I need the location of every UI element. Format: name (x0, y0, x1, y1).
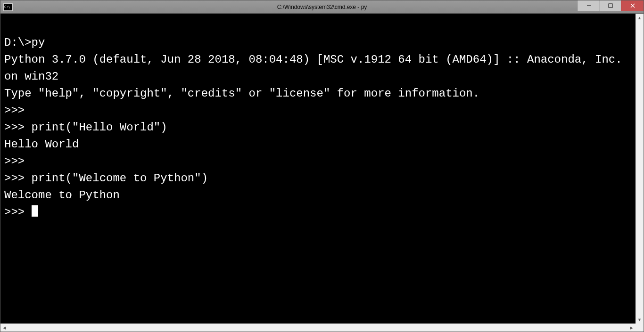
cmd-window: C:\ C:\Windows\system32\cmd.exe - py D:\… (0, 0, 644, 332)
svg-rect-1 (609, 4, 612, 8)
cmd-icon: C:\ (3, 3, 13, 11)
bottom-scroll-row: ◀ ▶ (0, 324, 644, 332)
minimize-button[interactable] (578, 0, 599, 11)
window-title: C:\Windows\system32\cmd.exe - py (277, 4, 367, 10)
terminal-area: D:\>py Python 3.7.0 (default, Jun 28 201… (0, 14, 644, 324)
scroll-track-vertical[interactable] (636, 22, 644, 316)
scroll-down-button[interactable]: ▼ (636, 316, 644, 324)
cursor (32, 205, 38, 217)
close-button[interactable] (621, 0, 644, 11)
horizontal-scrollbar[interactable]: ◀ ▶ (0, 324, 636, 332)
terminal-output[interactable]: D:\>py Python 3.7.0 (default, Jun 28 201… (0, 14, 636, 324)
scroll-up-button[interactable]: ▲ (636, 14, 644, 22)
scroll-track-horizontal[interactable] (8, 324, 627, 332)
scroll-left-button[interactable]: ◀ (0, 324, 8, 332)
window-controls (578, 0, 644, 13)
titlebar[interactable]: C:\ C:\Windows\system32\cmd.exe - py (0, 0, 644, 14)
maximize-button[interactable] (599, 0, 621, 11)
scroll-right-button[interactable]: ▶ (627, 324, 636, 332)
vertical-scrollbar[interactable]: ▲ ▼ (636, 14, 644, 324)
scrollbar-corner (636, 324, 644, 332)
